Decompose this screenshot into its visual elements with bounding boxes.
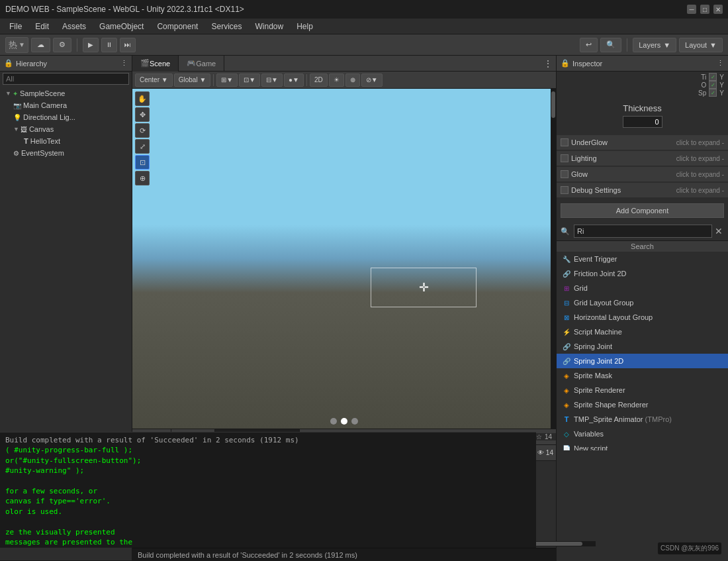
- result-variables[interactable]: ◇ Variables: [557, 427, 728, 441]
- debug-label: Debug Settings: [571, 186, 621, 194]
- inspector-section-underglow[interactable]: UnderGlow click to expand -: [557, 135, 728, 150]
- search-button[interactable]: 🔍: [600, 38, 621, 52]
- result-friction-joint[interactable]: 🔗 Friction Joint 2D: [557, 266, 728, 281]
- tool-hand[interactable]: ✋: [135, 91, 150, 106]
- search-clear-button[interactable]: ✕: [713, 226, 724, 236]
- pause-button[interactable]: ⏸: [101, 38, 117, 52]
- result-spring-joint-2d[interactable]: 🔗 Spring Joint 2D: [557, 354, 728, 368]
- tree-arrow-canvas: ▼: [13, 126, 19, 132]
- scene-crosshair: ✛: [419, 280, 429, 295]
- tool-rotate[interactable]: ⟳: [135, 123, 150, 138]
- hierarchy-item-directionallight[interactable]: 💡 Directional Lig...: [0, 111, 132, 123]
- tool-move[interactable]: ✥: [135, 107, 150, 122]
- sprite-shape-renderer-label: Sprite Shape Renderer: [574, 401, 649, 409]
- scene-vis-btn[interactable]: ⊡▼: [239, 74, 260, 87]
- inspector-menu-icon[interactable]: ⋮: [717, 59, 724, 68]
- scene-panel-menu[interactable]: ⋮: [540, 59, 556, 68]
- hierarchy-item-hellotext[interactable]: T HelloText: [0, 135, 132, 147]
- menu-window[interactable]: Window: [248, 21, 290, 32]
- horizontal-layout-icon: ⊠: [562, 313, 571, 322]
- scene-center-btn[interactable]: Center ▼: [135, 74, 173, 87]
- scene-audio2-btn[interactable]: ⊕: [345, 74, 360, 87]
- inspector-section-lighting[interactable]: Lighting click to expand -: [557, 151, 728, 166]
- inspector-section-glow[interactable]: Glow click to expand -: [557, 167, 728, 181]
- variables-label: Variables: [574, 430, 604, 438]
- checkbox-row-2: O ✓ Y: [702, 81, 724, 89]
- scene-audio-btn[interactable]: ⊟▼: [261, 74, 283, 87]
- scene-tab-game[interactable]: 🎮 Game: [179, 56, 224, 72]
- hierarchy-menu-icon[interactable]: ⋮: [120, 59, 128, 68]
- tool-rect[interactable]: ⊡: [135, 155, 150, 170]
- play-button[interactable]: ▶: [83, 38, 99, 52]
- scene-global-btn[interactable]: Global ▼: [174, 74, 211, 87]
- result-tmp-sprite-animator[interactable]: T TMP_Sprite Animator (TMPro): [557, 412, 728, 427]
- inspector-section-debug[interactable]: Debug Settings click to expand -: [557, 183, 728, 197]
- menu-help[interactable]: Help: [290, 21, 320, 32]
- scene-nav-dots: [330, 418, 358, 425]
- nav-dot-2: [341, 418, 347, 425]
- tool-scale[interactable]: ⤢: [135, 139, 150, 154]
- scene-tab-scene[interactable]: 🎬 Scene: [132, 56, 179, 72]
- thickness-input[interactable]: [623, 116, 662, 128]
- result-grid[interactable]: ⊞ Grid: [557, 281, 728, 295]
- scene-scrollbar[interactable]: [551, 89, 556, 429]
- scene-gizmo-btn[interactable]: ●▼: [284, 74, 304, 87]
- friction-joint-label: Friction Joint 2D: [574, 270, 626, 278]
- menu-component[interactable]: Component: [150, 21, 205, 32]
- result-grid-layout-group[interactable]: ⊟ Grid Layout Group: [557, 295, 728, 310]
- result-script-machine[interactable]: ⚡ Script Machine: [557, 325, 728, 339]
- result-sprite-renderer[interactable]: ◈ Sprite Renderer: [557, 383, 728, 397]
- menu-edit[interactable]: Edit: [28, 21, 56, 32]
- console-line-2: or("#unity-fullscreen-button");: [5, 456, 531, 466]
- component-search-input[interactable]: [574, 225, 712, 238]
- inspector-sections: UnderGlow click to expand - Lighting cli…: [557, 133, 728, 199]
- scene-view[interactable]: ✋ ✥ ⟳ ⤢ ⊡ ⊕ ✛: [132, 89, 556, 429]
- result-sprite-shape-renderer[interactable]: ◈ Sprite Shape Renderer: [557, 397, 728, 412]
- layers-dropdown[interactable]: Layers ▼: [633, 38, 676, 52]
- result-horizontal-layout[interactable]: ⊠ Horizontal Layout Group: [557, 310, 728, 325]
- glow-left: Glow: [561, 170, 588, 178]
- underglow-checkbox[interactable]: [561, 138, 569, 146]
- checkbox-sp[interactable]: ✓: [709, 89, 717, 97]
- menu-assets[interactable]: Assets: [56, 21, 93, 32]
- step-button[interactable]: ⏭: [120, 38, 136, 52]
- scene-toolbar: Center ▼ Global ▼ ⊞▼ ⊡▼ ⊟▼ ●▼ 2D ☀ ⊕ ⊘▼: [132, 72, 556, 89]
- layout-dropdown[interactable]: Layout ▼: [679, 38, 723, 52]
- hierarchy-item-maincamera[interactable]: 📷 Main Camera: [0, 99, 132, 111]
- undo-button[interactable]: ↩: [580, 38, 598, 52]
- console-line-0: Build completed with a result of 'Succee…: [5, 435, 531, 445]
- menu-file[interactable]: File: [3, 21, 28, 32]
- add-component-button[interactable]: Add Component: [561, 203, 724, 218]
- toolbar-cloud[interactable]: ☁: [31, 38, 50, 52]
- maximize-button[interactable]: □: [700, 5, 709, 14]
- scene-light-btn[interactable]: ☀: [329, 74, 344, 87]
- scene-2d-btn[interactable]: 2D: [310, 74, 328, 87]
- result-spring-joint[interactable]: 🔗 Spring Joint: [557, 339, 728, 354]
- tool-transform[interactable]: ⊕: [135, 171, 150, 185]
- bp-icon4[interactable]: ☆: [536, 433, 542, 440]
- menu-gameobject[interactable]: GameObject: [93, 21, 150, 32]
- toolbar-dropdown-1[interactable]: ▼: [19, 41, 25, 48]
- glow-checkbox[interactable]: [561, 170, 569, 178]
- result-new-script[interactable]: 📄 New script: [557, 441, 728, 450]
- console-line-3: #unity-warning" );: [5, 466, 531, 476]
- result-event-trigger[interactable]: 🔧 Event Trigger: [557, 252, 728, 266]
- debug-checkbox[interactable]: [561, 186, 569, 194]
- close-button[interactable]: ✕: [713, 5, 723, 14]
- minimize-button[interactable]: ─: [687, 5, 696, 14]
- hierarchy-item-samplescene[interactable]: ▼ ✦ SampleScene: [0, 87, 132, 99]
- checkbox-ti[interactable]: ✓: [709, 73, 717, 81]
- scene-view-container: ✋ ✥ ⟳ ⤢ ⊡ ⊕ ✛: [132, 89, 556, 429]
- menu-services[interactable]: Services: [205, 21, 248, 32]
- checkbox-o[interactable]: ✓: [709, 81, 717, 89]
- lighting-checkbox[interactable]: [561, 154, 569, 162]
- hierarchy-search-input[interactable]: [3, 73, 129, 85]
- scene-vfx-btn[interactable]: ⊘▼: [361, 74, 383, 87]
- project-eye-btn[interactable]: 👁 14: [537, 449, 553, 456]
- hierarchy-item-canvas[interactable]: ▼ 🖼 Canvas: [0, 123, 132, 135]
- result-sprite-mask[interactable]: ◈ Sprite Mask: [557, 368, 728, 383]
- hierarchy-item-eventsystem[interactable]: ⚙ EventSystem: [0, 147, 132, 159]
- title-bar-controls[interactable]: ─ □ ✕: [687, 5, 723, 14]
- toolbar-settings[interactable]: ⚙: [53, 38, 71, 52]
- scene-grid-btn[interactable]: ⊞▼: [216, 74, 238, 87]
